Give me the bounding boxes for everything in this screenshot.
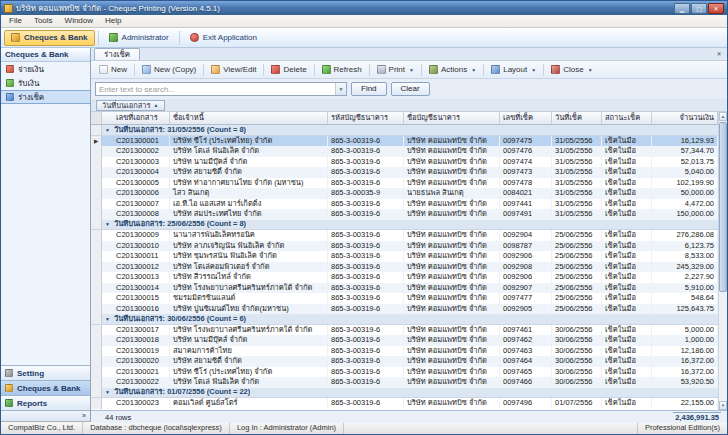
group-by-chip[interactable]: วันที่บนเอกสาร ▲ — [96, 100, 165, 111]
menu-item-help[interactable]: Help — [99, 15, 127, 27]
view-edit-button[interactable]: View/Edit — [207, 63, 260, 76]
table-row[interactable]: C201300007เอ.ที.ไอ แอสเสท มาร์เก็ตติ้ง86… — [91, 199, 727, 210]
cell-cheque-no: 0097477 — [500, 293, 552, 304]
sidebar-item-รับเงิน[interactable]: รับเงิน — [1, 76, 90, 90]
column-header-bank-account-no[interactable]: รหัสบัญชีธนาคาร — [328, 112, 404, 124]
cell-doc-no: C201300019 — [102, 346, 170, 357]
print-button[interactable]: Print▼ — [373, 63, 418, 76]
table-row[interactable]: C201300023คอมเวิลด์ ศูนย์สโตร์865-3-0031… — [91, 398, 727, 409]
delete-button[interactable]: Delete — [267, 63, 310, 76]
cell-doc-no: C201300018 — [102, 335, 170, 346]
table-row[interactable]: C201300012บริษัท โตเล่คอมพิวเตอร์ จำกัด8… — [91, 262, 727, 273]
toolbar-button-label: Delete — [283, 65, 306, 74]
cell-cheque-no: 0097441 — [500, 199, 552, 210]
cell-cheque-date: 25/06/2556 — [552, 283, 602, 294]
table-row[interactable]: C201300022บริษัท โตเล่ ฟันอิเล็ค จำกัด86… — [91, 377, 727, 388]
sidebar-panel-setting[interactable]: Setting — [1, 365, 90, 380]
cell-doc-no: C201300015 — [102, 293, 170, 304]
table-row[interactable]: C201300017บริษัท โรงพยาบาลศรีนครินทร์ภาค… — [91, 325, 727, 336]
minimize-button[interactable]: ▁ — [674, 3, 690, 14]
collapse-triangle-icon[interactable]: ▼ — [105, 314, 110, 324]
column-header-amount[interactable]: จำนวนเงิน — [652, 112, 718, 124]
sidebar-overflow-button[interactable]: » — [1, 410, 90, 421]
ribbon-exit-application-button[interactable]: Exit Application — [183, 30, 264, 46]
table-row[interactable]: C201300002บริษัท โตเล่ ฟันอิเล็ค จำกัด86… — [91, 146, 727, 157]
menu-item-file[interactable]: File — [3, 15, 28, 27]
ribbon-administrator-button[interactable]: Administrator — [102, 30, 176, 46]
clear-button[interactable]: Clear — [391, 82, 430, 96]
table-row[interactable]: C201300011บริษัท ชุมพรสนั่น ฟันอิเล็ค จำ… — [91, 251, 727, 262]
menu-item-window[interactable]: Window — [59, 15, 99, 27]
sidebar-item-จ่ายเงิน[interactable]: จ่ายเงิน — [1, 62, 90, 76]
cell-cheque-date: 25/06/2556 — [552, 272, 602, 283]
menu-item-tools[interactable]: Tools — [28, 15, 59, 27]
cell-bank-account-no: 865-3-00319-6 — [328, 136, 404, 147]
column-header-doc-no[interactable]: เลขที่เอกสาร — [102, 112, 170, 124]
cell-cheque-status: เช็คในมือ — [602, 304, 652, 315]
refresh-button[interactable]: Refresh — [318, 63, 366, 76]
table-row[interactable]: C201300015ชมรมมิตรชินแลนด์865-3-00319-6บ… — [91, 293, 727, 304]
cell-cheque-no: 0097474 — [500, 157, 552, 168]
cell-creditor-name: บริษัท นามมีบุ๊คส์ จำกัด — [170, 335, 328, 346]
cell-creditor-name: บริษัท นามมีบุ๊คส์ จำกัด — [170, 157, 328, 168]
layout-button[interactable]: Layout▼ — [487, 63, 540, 76]
cell-cheque-date: 25/06/2556 — [552, 251, 602, 262]
column-header-cheque-no[interactable]: เลขที่เช็ค — [500, 112, 552, 124]
new-button[interactable]: New — [95, 63, 131, 76]
table-row[interactable]: C201300010บริษัท ลาภเจริญนั่น ฟันอิเล็ค … — [91, 241, 727, 252]
actions-button[interactable]: Actions▼ — [425, 63, 480, 76]
tab-close-button[interactable]: ✕ — [714, 50, 724, 60]
table-row[interactable]: C201300009นานาสารพันอิเล็คทรอนิค865-3-00… — [91, 230, 727, 241]
scroll-down-icon[interactable]: ▼ — [719, 401, 727, 410]
separator — [369, 64, 370, 76]
cell-amount: 5,910.00 — [652, 283, 718, 294]
new-copy-button[interactable]: New (Copy) — [138, 63, 200, 76]
collapse-triangle-icon[interactable]: ▼ — [105, 388, 110, 398]
table-row[interactable]: C201300016บริษัท ปูนซิเมนต์ไทย จำกัด(มหา… — [91, 304, 727, 315]
vertical-scrollbar[interactable]: ▲ ▼ — [718, 112, 727, 410]
maximize-button[interactable]: ▢ — [691, 3, 707, 14]
scrollbar-thumb[interactable] — [719, 122, 727, 292]
close-button[interactable]: ✕ — [708, 3, 724, 14]
cell-amount: 16,372.00 — [652, 367, 718, 378]
collapse-triangle-icon[interactable]: ▼ — [105, 220, 110, 230]
ribbon-cheques-bank-button[interactable]: Cheques & Bank — [4, 30, 95, 46]
admin-icon — [109, 33, 118, 42]
tab-draft-cheque[interactable]: ร่างเช็ค — [94, 48, 140, 60]
copy-icon — [142, 65, 151, 74]
table-row[interactable]: C201300003บริษัท นามมีบุ๊คส์ จำกัด865-3-… — [91, 157, 727, 168]
collapse-triangle-icon[interactable]: ▼ — [105, 125, 110, 135]
column-header-creditor-name[interactable]: ชื่อเจ้าหนี้ — [170, 112, 328, 124]
table-row[interactable]: ▶C201300001บริษัท ซีโร่ (ประเทศไทย) จำกั… — [91, 136, 727, 147]
table-row[interactable]: C201300014บริษัท โรงพยาบาลศรีนครินทร์ภาค… — [91, 283, 727, 294]
table-row[interactable]: C201300020บริษัท สยามซิตี้ จำกัด865-3-00… — [91, 356, 727, 367]
group-row[interactable]: ▼วันที่บนเอกสาร: 25/06/2556 (Count = 8) — [91, 220, 727, 231]
menu-bar: FileToolsWindowHelp — [1, 15, 727, 28]
table-row[interactable]: C201300019สมาคมการค้าไทย865-3-00319-6บริ… — [91, 346, 727, 357]
table-row[interactable]: C201300018บริษัท นามมีบุ๊คส์ จำกัด865-3-… — [91, 335, 727, 346]
group-row[interactable]: ▼วันที่บนเอกสาร: 01/07/2556 (Count = 22) — [91, 388, 727, 399]
scroll-up-icon[interactable]: ▲ — [719, 112, 727, 121]
group-row[interactable]: ▼วันที่บนเอกสาร: 31/05/2556 (Count = 8) — [91, 125, 727, 136]
chevron-down-icon[interactable]: ▼ — [335, 83, 346, 95]
search-input[interactable]: Enter text to search... ▼ — [95, 82, 347, 96]
table-row[interactable]: C201300004บริษัท สยามซิตี้ จำกัด865-3-00… — [91, 167, 727, 178]
table-row[interactable]: C201300013บริษัท สีวรรณไทล์ จำกัด865-3-0… — [91, 272, 727, 283]
table-row[interactable]: C201300006ไสว สินเกตุ865-3-00035-9นายธนพ… — [91, 188, 727, 199]
cell-cheque-status: เช็คในมือ — [602, 251, 652, 262]
group-row[interactable]: ▼วันที่บนเอกสาร: 30/06/2556 (Count = 6) — [91, 314, 727, 325]
sidebar-panel-reports[interactable]: Reports — [1, 395, 90, 410]
column-header-bank-account-name[interactable]: ชื่อบัญชีธนาคาร — [404, 112, 500, 124]
sidebar-item-ร่างเช็ค[interactable]: ร่างเช็ค — [1, 90, 90, 104]
table-row[interactable]: C201300005บริษัท ท่าอากาศยานไทย จำกัด (ม… — [91, 178, 727, 189]
table-row[interactable]: C201300008บริษัท สมประเทศไทย จำกัด865-3-… — [91, 209, 727, 220]
table-row[interactable]: C201300021บริษัท ซีโร่ (ประเทศไทย) จำกัด… — [91, 367, 727, 378]
sidebar-panel-cheques-bank[interactable]: Cheques & Bank — [1, 380, 90, 395]
cell-cheque-no: 0097478 — [500, 178, 552, 189]
find-button[interactable]: Find — [351, 82, 387, 96]
group-by-label: วันที่บนเอกสาร — [102, 99, 151, 111]
column-header-cheque-date[interactable]: วันที่เช็ค — [552, 112, 602, 124]
column-header-cheque-status[interactable]: สถานะเช็ค — [602, 112, 652, 124]
close-button[interactable]: Close▼ — [547, 63, 596, 76]
cell-creditor-name: บริษัท สีวรรณไทล์ จำกัด — [170, 272, 328, 283]
